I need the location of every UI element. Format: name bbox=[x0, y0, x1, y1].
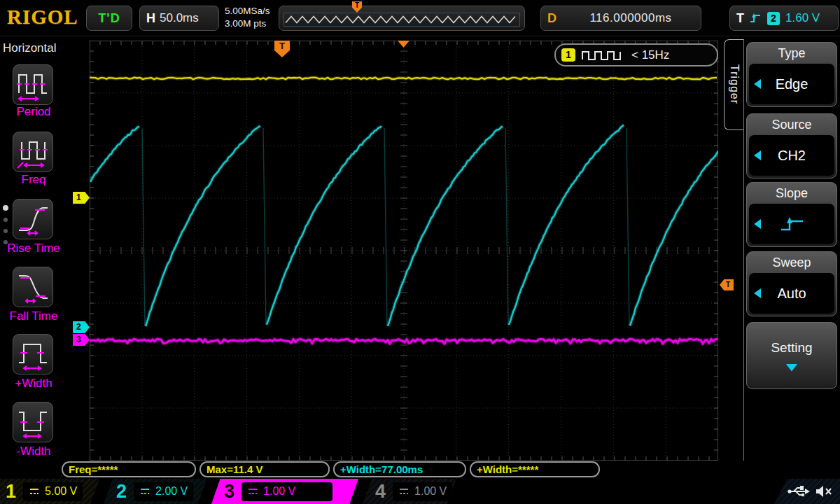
type-label: Type bbox=[747, 43, 836, 64]
freq-label: Freq bbox=[0, 173, 67, 187]
rising-slope-icon bbox=[776, 214, 807, 234]
fall-time-button[interactable] bbox=[13, 267, 53, 307]
minus-width-icon bbox=[16, 404, 50, 440]
top-status-bar: RIGOL T'D H 50.0ms 5.00MSa/s 3.00M pts T… bbox=[0, 0, 840, 36]
period-icon bbox=[16, 66, 50, 103]
trigger-label: T bbox=[736, 11, 744, 26]
trigger-level-marker-icon[interactable]: T bbox=[720, 279, 734, 290]
rise-time-label: Rise Time bbox=[0, 241, 67, 255]
type-value-button[interactable]: Edge bbox=[749, 64, 834, 104]
channel-1-scale: 5.00 V bbox=[45, 485, 77, 498]
measurement-freq[interactable]: Freq=***** bbox=[62, 461, 196, 477]
acquisition-info: 5.00MSa/s 3.00M pts bbox=[225, 5, 270, 30]
dc-coupling-icon bbox=[247, 487, 258, 496]
rising-edge-icon bbox=[748, 11, 762, 25]
waveform-preview-box[interactable]: T bbox=[279, 6, 525, 31]
rise-time-button[interactable] bbox=[13, 199, 53, 239]
channel-1-readout: 5.00 V bbox=[23, 482, 83, 501]
left-arrow-icon bbox=[754, 288, 761, 298]
plus-width-button[interactable] bbox=[13, 334, 53, 374]
trigger-type-group[interactable]: Type Edge bbox=[746, 42, 837, 107]
type-value: Edge bbox=[776, 76, 808, 92]
channel-status-bar: 1 5.00 V 2 2.00 V 3 bbox=[0, 479, 840, 504]
ch1-ground-marker[interactable]: 1 bbox=[73, 192, 90, 204]
hardware-freq-counter: 1 < 15Hz bbox=[554, 43, 718, 66]
channel-2-scale: 2.00 V bbox=[155, 485, 188, 498]
setting-label: Setting bbox=[771, 340, 812, 356]
trigger-source-group[interactable]: Source CH2 bbox=[746, 113, 837, 178]
channel-2-number: 2 bbox=[116, 479, 127, 504]
slope-label: Slope bbox=[747, 183, 836, 204]
channel-4-block[interactable]: 4 1.00 V bbox=[363, 479, 456, 504]
oscilloscope-screen: RIGOL T'D H 50.0ms 5.00MSa/s 3.00M pts T… bbox=[0, 0, 840, 504]
channel-4-number: 4 bbox=[375, 479, 386, 504]
channel-3-scale: 1.00 V bbox=[263, 485, 295, 498]
minus-width-label: -Width bbox=[0, 444, 67, 458]
left-menu-title: Horizontal bbox=[3, 41, 57, 55]
ch2-ground-marker[interactable]: 2 bbox=[73, 321, 90, 333]
left-arrow-icon bbox=[754, 150, 761, 160]
plus-width-icon bbox=[16, 336, 50, 372]
delay-readout-box[interactable]: D 116.000000ms bbox=[540, 6, 701, 31]
fall-time-label: Fall Time bbox=[0, 309, 67, 323]
channel-3-block[interactable]: 3 1.00 V bbox=[211, 479, 358, 504]
minus-width-button[interactable] bbox=[13, 402, 53, 442]
freq-counter-reading: < 15Hz bbox=[631, 48, 669, 62]
h-value: 50.0ms bbox=[160, 11, 199, 25]
sweep-value-button[interactable]: Auto bbox=[749, 273, 834, 314]
delay-label: D bbox=[547, 11, 556, 26]
h-label: H bbox=[146, 11, 155, 26]
trigger-level-value: 1.60 V bbox=[785, 11, 820, 25]
channel-3-readout: 1.00 V bbox=[241, 482, 332, 501]
slope-value-button[interactable] bbox=[749, 204, 834, 244]
measurement-max[interactable]: Max=11.4 V bbox=[200, 461, 330, 477]
trigger-status-text: T'D bbox=[98, 11, 120, 26]
waveform-preview-strip bbox=[284, 13, 520, 27]
dc-coupling-icon bbox=[398, 487, 410, 496]
source-value-button[interactable]: CH2 bbox=[749, 135, 834, 176]
trigger-readout-box[interactable]: T 2 1.60 V bbox=[729, 6, 839, 31]
trigger-status-box: T'D bbox=[86, 6, 132, 31]
square-wave-icon bbox=[581, 48, 624, 62]
period-label: Period bbox=[0, 105, 67, 119]
freq-counter-channel-badge: 1 bbox=[561, 48, 575, 62]
delay-value: 116.000000ms bbox=[561, 11, 701, 25]
channel-2-readout: 2.00 V bbox=[134, 482, 193, 501]
period-button[interactable] bbox=[13, 64, 53, 105]
down-arrow-icon bbox=[786, 364, 798, 372]
channel-1-block[interactable]: 1 5.00 V bbox=[0, 479, 99, 504]
memory-depth: 3.00M pts bbox=[225, 18, 270, 30]
fall-time-icon bbox=[16, 269, 50, 305]
dc-coupling-icon bbox=[139, 487, 150, 496]
usb-icon bbox=[787, 484, 811, 498]
measurement-pwidth-2[interactable]: +Width=***** bbox=[470, 461, 600, 477]
sample-rate: 5.00MSa/s bbox=[225, 5, 270, 18]
rigol-logo: RIGOL bbox=[7, 6, 78, 29]
trigger-setting-button[interactable]: Setting bbox=[746, 322, 837, 389]
trigger-source-badge: 2 bbox=[767, 12, 780, 25]
trigger-menu-tab: Trigger bbox=[724, 39, 743, 130]
status-icons-area bbox=[774, 479, 840, 504]
waveform-display bbox=[90, 41, 718, 461]
trigger-sweep-group[interactable]: Sweep Auto bbox=[746, 251, 837, 316]
menu-page-dot bbox=[4, 240, 8, 244]
channel-4-readout: 1.00 V bbox=[393, 482, 452, 501]
menu-page-dot bbox=[4, 218, 8, 222]
channel-1-number: 1 bbox=[6, 479, 16, 504]
right-menu-divider bbox=[743, 39, 744, 461]
preview-trigger-marker-icon[interactable]: T bbox=[352, 1, 362, 13]
ch3-ground-marker[interactable]: 3 bbox=[73, 334, 90, 346]
horizontal-scale-box[interactable]: H 50.0ms bbox=[139, 6, 219, 31]
sweep-value: Auto bbox=[777, 286, 806, 302]
trigger-slope-group[interactable]: Slope bbox=[746, 182, 837, 247]
freq-button[interactable] bbox=[13, 132, 53, 172]
speaker-muted-icon bbox=[815, 484, 833, 498]
menu-page-dot-active bbox=[3, 205, 8, 211]
left-arrow-icon bbox=[754, 219, 761, 229]
channel-2-block[interactable]: 2 2.00 V bbox=[104, 479, 207, 504]
rise-time-icon bbox=[16, 201, 50, 237]
dc-coupling-icon bbox=[29, 487, 40, 496]
freq-icon bbox=[16, 134, 50, 170]
measurement-pwidth[interactable]: +Width=77.00ms bbox=[333, 461, 466, 477]
menu-page-dot bbox=[4, 229, 8, 233]
